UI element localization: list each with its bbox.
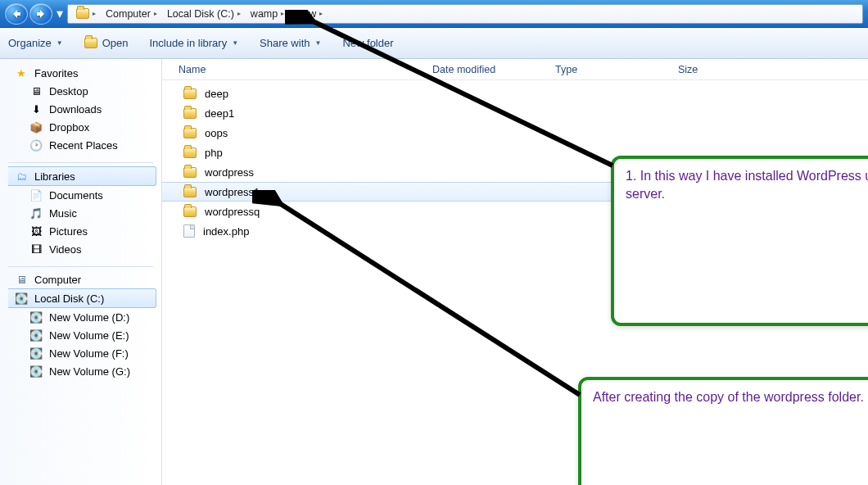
- sidebar-item-label: New Volume (E:): [49, 329, 129, 342]
- annotation-callout-1: 1. In this way I have installed WordPres…: [611, 156, 868, 326]
- folder-icon: [183, 147, 197, 158]
- group-label: Favorites: [34, 67, 78, 79]
- libraries-item[interactable]: 🎵Music: [0, 204, 161, 222]
- column-size[interactable]: Size: [678, 64, 776, 75]
- computer-item[interactable]: 💽Local Disk (C:): [8, 288, 156, 308]
- annotation-text: 1. In this way I have installed WordPres…: [626, 169, 868, 201]
- include-library-menu[interactable]: Include in library ▼: [149, 37, 238, 49]
- favorites-item[interactable]: ⬇Downloads: [0, 100, 161, 118]
- sidebar-item-label: Documents: [49, 189, 103, 202]
- file-name: wordpress: [205, 166, 254, 179]
- item-icon: 🖼: [29, 224, 43, 238]
- computer-header[interactable]: 🖥 Computer: [0, 270, 161, 288]
- column-type[interactable]: Type: [555, 64, 678, 75]
- chevron-right-icon: ▸: [93, 10, 96, 17]
- address-bar[interactable]: ▸ Computer ▸ Local Disk (C:) ▸ wamp ▸ ww…: [67, 4, 863, 24]
- column-headers: Name Date modified Type Size: [162, 59, 868, 80]
- file-name: wordpress1: [205, 186, 260, 198]
- nav-history-dropdown[interactable]: ▾: [54, 3, 66, 25]
- file-icon: [183, 224, 195, 238]
- libraries-group: 🗂 Libraries 📄Documents🎵Music🖼Pictures🎞Vi…: [0, 166, 161, 258]
- computer-item[interactable]: 💽New Volume (G:): [0, 362, 161, 380]
- favorites-item[interactable]: 📦Dropbox: [0, 118, 161, 136]
- item-icon: 🎞: [29, 242, 43, 256]
- item-icon: 📄: [29, 188, 43, 202]
- libraries-icon: 🗂: [15, 170, 28, 183]
- item-icon: 💽: [29, 310, 43, 324]
- main-area: ★ Favorites 🖥Desktop⬇Downloads📦Dropbox🕑R…: [0, 59, 868, 485]
- file-name: php: [205, 147, 223, 159]
- favorites-header[interactable]: ★ Favorites: [0, 64, 161, 82]
- item-icon: 🎵: [29, 206, 43, 220]
- sidebar-item-label: Desktop: [49, 85, 88, 97]
- breadcrumb-wamp[interactable]: wamp ▸: [246, 5, 289, 23]
- favorites-item[interactable]: 🕑Recent Places: [0, 136, 161, 154]
- sidebar-item-label: Recent Places: [49, 139, 118, 152]
- arrow-left-icon: [11, 9, 21, 19]
- toolbar-label: Include in library: [149, 37, 227, 49]
- column-date[interactable]: Date modified: [432, 64, 555, 75]
- libraries-item[interactable]: 🎞Videos: [0, 240, 161, 258]
- sidebar-item-label: New Volume (D:): [49, 311, 129, 324]
- chevron-right-icon: ▸: [154, 10, 157, 17]
- folder-icon: [183, 128, 197, 138]
- breadcrumb-label: Computer: [106, 8, 151, 20]
- breadcrumb-www[interactable]: www ▸: [289, 5, 328, 23]
- file-row[interactable]: deep: [162, 84, 868, 103]
- favorites-item[interactable]: 🖥Desktop: [0, 82, 161, 100]
- sidebar-item-label: New Volume (G:): [49, 365, 130, 378]
- libraries-header[interactable]: 🗂 Libraries: [8, 166, 156, 186]
- folder-icon: [183, 187, 197, 197]
- separator: [8, 162, 153, 163]
- toolbar-label: Open: [102, 37, 129, 49]
- item-icon: 📦: [29, 120, 43, 134]
- file-name: wordpressq: [205, 206, 260, 218]
- chevron-right-icon: ▸: [281, 10, 284, 17]
- breadcrumb-computer[interactable]: Computer ▸: [101, 5, 162, 23]
- folder-icon: [183, 167, 197, 178]
- chevron-right-icon: ▸: [237, 10, 241, 17]
- organize-menu[interactable]: Organize ▼: [8, 37, 63, 49]
- computer-item[interactable]: 💽New Volume (F:): [0, 344, 161, 362]
- folder-open-icon: [84, 38, 97, 48]
- navigation-bar: ▾ ▸ Computer ▸ Local Disk (C:) ▸ wamp ▸ …: [0, 0, 868, 28]
- sidebar-item-label: Downloads: [49, 103, 102, 116]
- open-button[interactable]: Open: [84, 37, 129, 49]
- breadcrumb-label: www: [294, 8, 316, 20]
- chevron-down-icon: ▼: [314, 39, 321, 47]
- sidebar-item-label: Videos: [49, 243, 82, 256]
- navigation-pane[interactable]: ★ Favorites 🖥Desktop⬇Downloads📦Dropbox🕑R…: [0, 59, 162, 485]
- computer-icon: 🖥: [15, 273, 28, 286]
- toolbar-label: New folder: [342, 37, 393, 49]
- favorites-group: ★ Favorites 🖥Desktop⬇Downloads📦Dropbox🕑R…: [0, 64, 161, 154]
- share-with-menu[interactable]: Share with ▼: [260, 37, 321, 49]
- breadcrumb-root[interactable]: ▸: [71, 5, 101, 23]
- chevron-down-icon: ▼: [232, 39, 238, 47]
- group-label: Libraries: [34, 170, 75, 183]
- breadcrumb-label: Local Disk (C:): [167, 8, 234, 20]
- item-icon: 💽: [29, 329, 43, 342]
- sidebar-item-label: Local Disk (C:): [34, 292, 104, 305]
- item-icon: 🖥: [29, 84, 43, 97]
- sidebar-item-label: New Volume (F:): [49, 347, 129, 360]
- item-icon: 💽: [29, 347, 43, 360]
- new-folder-button[interactable]: New folder: [342, 37, 393, 49]
- libraries-item[interactable]: 📄Documents: [0, 186, 161, 204]
- computer-item[interactable]: 💽New Volume (E:): [0, 326, 161, 344]
- forward-button[interactable]: [29, 3, 52, 25]
- file-name: deep: [205, 88, 228, 100]
- column-name[interactable]: Name: [179, 64, 432, 75]
- file-name: deep1: [205, 107, 234, 120]
- toolbar-label: Organize: [8, 37, 52, 49]
- back-button[interactable]: [5, 3, 28, 25]
- file-row[interactable]: deep1: [162, 103, 868, 123]
- file-row[interactable]: oops: [162, 123, 868, 143]
- annotation-text: After creating the copy of the wordpress…: [593, 390, 864, 404]
- sidebar-item-label: Music: [49, 207, 77, 220]
- libraries-item[interactable]: 🖼Pictures: [0, 222, 161, 240]
- folder-icon: [76, 8, 89, 19]
- file-name: index.php: [203, 225, 249, 238]
- breadcrumb-localdisk[interactable]: Local Disk (C:) ▸: [162, 5, 246, 23]
- command-bar: Organize ▼ Open Include in library ▼ Sha…: [0, 28, 868, 59]
- computer-item[interactable]: 💽New Volume (D:): [0, 308, 161, 326]
